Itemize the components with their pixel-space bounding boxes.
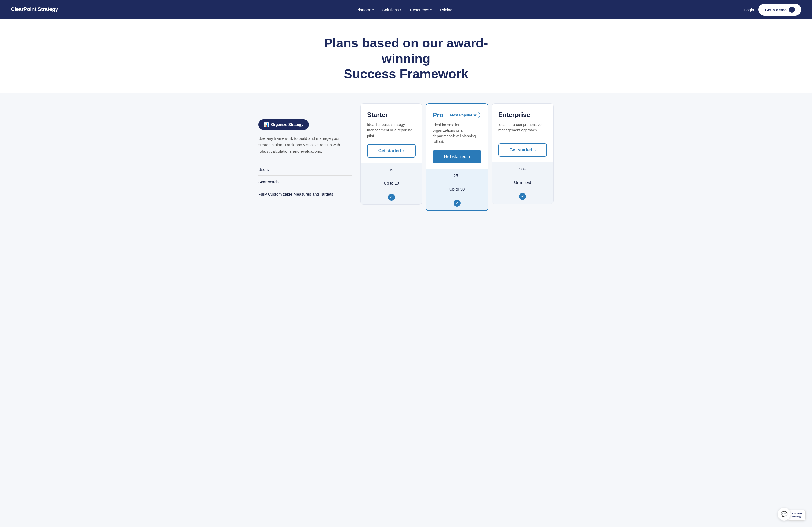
plan-pro-name: Pro [433, 111, 443, 119]
starter-scorecards-value: Up to 10 [361, 176, 422, 190]
plan-pro-header: Pro Most Popular ★ Ideal for smaller org… [426, 104, 488, 169]
pro-measures-value: ✓ [426, 196, 488, 210]
feature-users: Users [258, 163, 352, 176]
enterprise-get-started-button[interactable]: Get started › [498, 143, 547, 157]
chevron-down-icon: ▾ [373, 8, 374, 11]
plan-starter-desc: Ideal for basic strategy management or a… [367, 122, 416, 139]
nav-links: Platform ▾ Solutions ▾ Resources ▾ Prici… [73, 5, 736, 14]
sidebar-description: Use any framework to build and manage yo… [258, 135, 352, 154]
enterprise-users-value: 50+ [492, 162, 553, 176]
enterprise-measures-value: ✓ [492, 189, 553, 204]
plan-pro-features: 25+ Up to 50 ✓ [426, 169, 488, 210]
logo-text: ClearPoint Strategy [11, 9, 64, 16]
nav-right: Login Get a demo › [744, 4, 801, 16]
arrow-icon: › [403, 148, 404, 153]
starter-measures-value: ✓ [361, 190, 422, 205]
pricing-layout: 📊 Organize Strategy Use any framework to… [258, 103, 554, 211]
plan-enterprise-name: Enterprise [498, 111, 530, 119]
chevron-down-icon: ▾ [430, 8, 432, 11]
starter-get-started-button[interactable]: Get started › [367, 144, 416, 157]
starter-users-value: 5 [361, 163, 422, 176]
feature-scorecards: Scorecards [258, 176, 352, 188]
enterprise-scorecards-value: Unlimited [492, 176, 553, 189]
plan-enterprise: Enterprise Ideal for a comprehensive man… [492, 103, 554, 204]
logo: ClearPoint Strategy [11, 3, 64, 16]
get-demo-button[interactable]: Get a demo › [758, 4, 801, 16]
star-icon: ★ [474, 113, 477, 117]
plan-pro: Pro Most Popular ★ Ideal for smaller org… [425, 103, 488, 211]
sidebar: 📊 Organize Strategy Use any framework to… [258, 103, 360, 200]
pro-get-started-button[interactable]: Get started › [433, 150, 481, 163]
organize-badge: 📊 Organize Strategy [258, 119, 309, 130]
plan-starter-header: Starter Ideal for basic strategy managem… [361, 104, 422, 163]
plan-enterprise-title-row: Enterprise [498, 111, 547, 119]
check-icon: ✓ [453, 200, 461, 207]
arrow-icon: › [469, 154, 470, 159]
check-icon: ✓ [388, 194, 395, 201]
most-popular-badge: Most Popular ★ [447, 111, 480, 118]
navigation: ClearPoint Strategy Platform ▾ Solutions… [0, 0, 812, 19]
pro-scorecards-value: Up to 50 [426, 182, 488, 196]
plan-starter-title-row: Starter [367, 111, 416, 119]
nav-resources[interactable]: Resources ▾ [406, 5, 435, 14]
arrow-icon: › [534, 148, 536, 152]
chevron-down-icon: ▾ [400, 8, 401, 11]
nav-pricing[interactable]: Pricing [436, 5, 456, 14]
check-icon: ✓ [519, 193, 526, 200]
main-content: 📊 Organize Strategy Use any framework to… [0, 93, 812, 227]
nav-solutions[interactable]: Solutions ▾ [379, 5, 405, 14]
hero-section: Plans based on our award-winning Success… [0, 19, 812, 93]
plan-pro-desc: Ideal for smaller organizations or a dep… [433, 122, 481, 145]
hero-title: Plans based on our award-winning Success… [312, 35, 500, 82]
plan-starter-features: 5 Up to 10 ✓ [361, 163, 422, 205]
pro-users-value: 25+ [426, 169, 488, 182]
login-link[interactable]: Login [744, 7, 754, 12]
arrow-icon: › [789, 7, 795, 13]
plan-starter: Starter Ideal for basic strategy managem… [360, 103, 422, 205]
plans-container: Starter Ideal for basic strategy managem… [360, 103, 554, 211]
feature-measures: Fully Customizable Measures and Targets [258, 188, 352, 200]
svg-text:ClearPoint Strategy: ClearPoint Strategy [11, 6, 58, 12]
plan-enterprise-header: Enterprise Ideal for a comprehensive man… [492, 104, 553, 162]
plan-pro-title-row: Pro Most Popular ★ [433, 111, 481, 119]
nav-platform[interactable]: Platform ▾ [352, 5, 378, 14]
plan-enterprise-desc: Ideal for a comprehensive management app… [498, 122, 547, 138]
badge-icon: 📊 [264, 122, 269, 127]
plan-starter-name: Starter [367, 111, 388, 119]
plan-enterprise-features: 50+ Unlimited ✓ [492, 162, 553, 204]
